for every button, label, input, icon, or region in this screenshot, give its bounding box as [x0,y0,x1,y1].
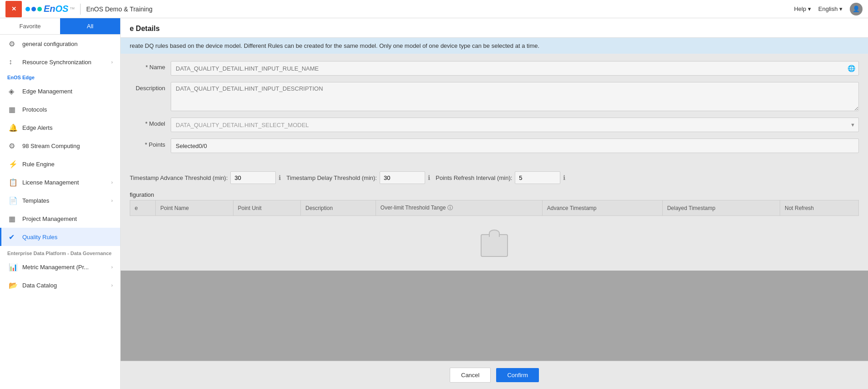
chevron-right-icon: › [111,59,113,65]
rule-engine-icon: ⚡ [9,159,18,169]
config-section-label: figuration [121,189,868,200]
empty-icon [481,234,508,257]
empty-state [121,220,868,271]
gear-icon: ⚙ [9,39,18,48]
sidebar-item-protocols[interactable]: ▦ Protocols [0,100,120,118]
refresh-interval-input[interactable] [515,171,560,184]
close-icon: ✕ [11,5,16,12]
advance-threshold-input[interactable] [230,171,276,184]
close-button[interactable]: ✕ [5,1,22,17]
refresh-info-icon[interactable]: ℹ [563,174,565,181]
delay-threshold-label: Timestamp Delay Threshold (min): [286,174,377,181]
language-button[interactable]: English ▾ [818,5,843,12]
metric-icon: 📊 [9,262,18,271]
avatar-icon: 👤 [853,5,860,12]
model-row: * Model DATA_QUALITY_DETAIL.HINT_SELECT_… [130,118,859,132]
sidebar-item-license-management[interactable]: 📋 License Management › [0,173,120,191]
name-row: * Name 🌐 [130,61,859,76]
header-divider [80,4,81,15]
table-section: e Point Name Point Unit Description Over… [121,200,868,220]
cancel-button[interactable]: Cancel [450,368,491,383]
advance-info-icon[interactable]: ℹ [279,174,281,181]
sidebar-item-label: Quality Rules [22,234,57,241]
points-label: * Points [130,138,171,148]
help-button[interactable]: Help ▾ [794,5,811,12]
sidebar-item-templates[interactable]: 📄 Templates › [0,191,120,210]
project-icon: ▦ [9,214,18,223]
delay-info-icon[interactable]: ℹ [428,174,430,181]
detail-panel: e Details reate DQ rules based on the de… [121,18,868,389]
model-select-wrapper: DATA_QUALITY_DETAIL.HINT_SELECT_MODEL ▼ [171,118,859,132]
confirm-button[interactable]: Confirm [496,368,539,382]
logo-circle-3 [37,7,42,11]
refresh-interval-group: Points Refresh Interval (min): ℹ [436,171,565,184]
sidebar-item-rule-engine[interactable]: ⚡ Rule Engine [0,155,120,173]
sidebar-item-metric-management[interactable]: 📊 Metric Management (Pr... › [0,258,120,276]
sidebar: Favorite All ⚙ general configuration ↕ R… [0,18,121,389]
license-icon: 📋 [9,178,18,187]
sidebar-item-data-catalog[interactable]: 📂 Data Catalog › [0,276,120,294]
col-not-refresh: Not Refresh [780,200,859,216]
catalog-icon: 📂 [9,281,18,290]
header-right: Help ▾ English ▾ 👤 [794,3,863,15]
sidebar-item-label: Data Catalog [22,282,57,289]
chevron-right-icon: › [111,198,113,203]
logo-en-text: En [44,4,56,14]
description-row: Description [130,82,859,111]
sidebar-item-quality-rules[interactable]: ✔ Quality Rules [0,228,120,246]
col-threshold: Over-limit Threshold Tange ⓘ [376,200,542,216]
advance-threshold-group: Timestamp Advance Threshold (min): ℹ [130,171,281,184]
panel-form: * Name 🌐 Description [121,54,868,167]
panel-title: e Details [130,25,160,32]
sidebar-item-label: Templates [22,197,49,204]
sidebar-item-general-config[interactable]: ⚙ general configuration [0,35,120,53]
table-header-row: e Point Name Point Unit Description Over… [130,200,859,216]
sidebar-item-label: general configuration [22,41,77,47]
logo-tm: ™ [69,6,75,12]
delay-threshold-input[interactable] [380,171,425,184]
sidebar-item-edge-alerts[interactable]: 🔔 Edge Alerts [0,118,120,137]
app-logo: EnOS ™ [25,4,75,14]
description-input[interactable] [171,82,859,111]
model-label: * Model [130,118,171,127]
sidebar-item-label: Edge Alerts [22,124,53,131]
points-value[interactable]: Selected0/0 [171,138,859,153]
sidebar-tabs: Favorite All [0,18,120,35]
sync-icon: ↕ [9,57,18,67]
enos-edge-section-label: EnOS Edge [0,71,120,82]
logo-circle-2 [31,7,36,11]
sidebar-item-project-management[interactable]: ▦ Project Management [0,210,120,228]
sidebar-item-label: Edge Management [22,88,72,95]
col-advance-timestamp: Advance Timestamp [542,200,662,216]
protocols-icon: ▦ [9,105,18,114]
panel-info-bar: reate DQ rules based on the device model… [121,38,868,54]
sidebar-item-resource-sync[interactable]: ↕ Resource Synchronization › [0,53,120,71]
col-point-name: Point Name [156,200,233,216]
model-select[interactable]: DATA_QUALITY_DETAIL.HINT_SELECT_MODEL [171,118,859,132]
sidebar-item-label: Rule Engine [22,161,55,168]
points-row: * Points Selected0/0 [130,138,859,153]
panel-info-text: reate DQ rules based on the device model… [130,42,539,49]
sidebar-item-stream-computing[interactable]: ⚙ 98 Stream Computing [0,137,120,155]
sidebar-item-label: Project Management [22,215,77,222]
tab-all[interactable]: All [60,18,120,34]
panel-header: e Details [121,18,868,38]
sidebar-item-edge-management[interactable]: ◈ Edge Management [0,82,120,100]
tab-favorite[interactable]: Favorite [0,18,60,34]
name-input[interactable] [171,61,859,76]
col-point-unit: Point Unit [233,200,301,216]
delay-threshold-group: Timestamp Delay Threshold (min): ℹ [286,171,430,184]
col-delayed-timestamp: Delayed Timestamp [662,200,780,216]
sidebar-item-label: 98 Stream Computing [22,143,80,149]
threshold-row: Timestamp Advance Threshold (min): ℹ Tim… [121,167,868,189]
edge-management-icon: ◈ [9,87,18,96]
advance-threshold-label: Timestamp Advance Threshold (min): [130,174,228,181]
alert-icon: 🔔 [9,123,18,132]
app-header: ✕ EnOS ™ EnOS Demo & Training Help ▾ Eng… [0,0,868,18]
quality-rules-icon: ✔ [9,232,18,241]
globe-icon: 🌐 [848,65,855,72]
user-avatar[interactable]: 👤 [850,3,863,15]
sidebar-item-label: Protocols [22,106,47,113]
stream-icon: ⚙ [9,141,18,150]
col-e: e [130,200,156,216]
